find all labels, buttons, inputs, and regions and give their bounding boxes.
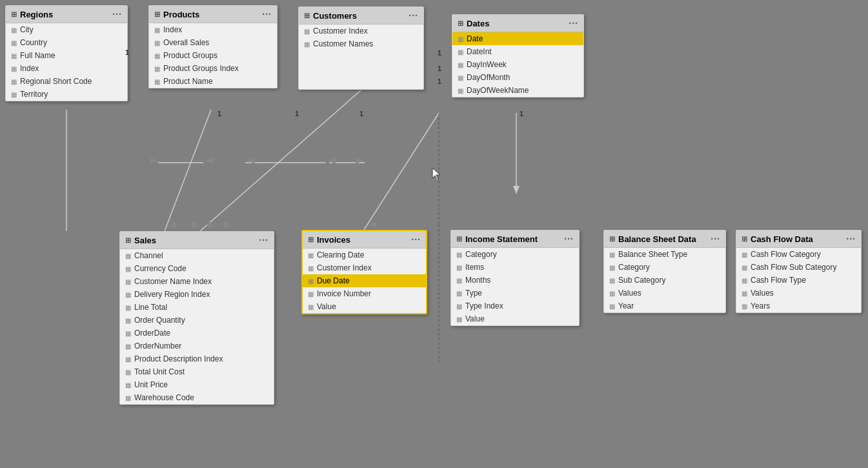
table-header-cash-flow: ⊞ Cash Flow Data ··· [736,230,861,248]
table-menu-dates[interactable]: ··· [569,18,578,28]
table-row[interactable]: ▦ DateInt [452,45,583,58]
svg-line-1 [165,110,211,231]
table-header-invoices: ⊞ Invoices ··· [303,231,426,249]
table-row[interactable]: ▦Line Total [120,301,274,314]
table-menu-invoices[interactable]: ··· [411,234,421,245]
table-regions[interactable]: ⊞ Regions ··· ▦ City ▦ Country ▦ Full Na… [5,5,128,101]
table-row[interactable]: ▦Balance Sheet Type [604,248,725,261]
table-row[interactable]: ▦ Customer Names [299,37,423,50]
table-row-due-date[interactable]: ▦Due Date [303,274,426,287]
table-row[interactable]: ▦Delivery Region Index [120,288,274,301]
table-icon-sales: ⊞ [125,236,131,245]
table-row[interactable]: ▦Clearing Date [303,249,426,261]
table-row[interactable]: ▦Value [303,300,426,313]
relation-label: 1 [125,48,129,56]
table-row[interactable]: ▦Values [736,287,861,300]
table-row[interactable]: ▦Values [604,287,725,300]
relation-label: 1 [438,77,441,85]
table-menu-products[interactable]: ··· [262,9,272,19]
table-row[interactable]: ▦OrderNumber [120,340,274,352]
table-row[interactable]: ▦Sub Category [604,274,725,287]
table-icon-regions: ⊞ [11,10,17,19]
svg-marker-21 [436,178,438,180]
table-row[interactable]: ▦ Full Name [6,49,127,62]
relation-label: 1 [359,110,363,117]
table-row[interactable]: ▦Months [451,274,579,287]
table-menu-cash-flow[interactable]: ··· [846,234,856,244]
table-cash-flow[interactable]: ⊞ Cash Flow Data ··· ▦Cash Flow Category… [736,230,862,313]
table-icon-products: ⊞ [154,10,160,19]
table-header-sales: ⊞ Sales ··· [120,232,274,249]
table-header-regions: ⊞ Regions ··· [6,6,127,23]
table-row[interactable]: ▦Unit Price [120,378,274,391]
table-customers[interactable]: ⊞ Customers ··· ▦ Customer Index ▦ Custo… [298,6,424,90]
table-row[interactable]: ▦ DayOfMonth [452,71,583,84]
table-menu-sales[interactable]: ··· [259,235,268,245]
table-header-products: ⊞ Products ··· [149,6,277,23]
svg-line-2 [200,90,361,231]
table-row[interactable]: ▦Product Description Index [120,352,274,365]
table-row[interactable]: ▦ Product Groups Index [149,62,277,75]
table-invoices[interactable]: ⊞ Invoices ··· ▦Clearing Date ▦Customer … [301,230,427,314]
table-row[interactable]: ▦ City [6,23,127,36]
table-title-regions: Regions [20,10,53,19]
table-row[interactable]: ▦ Regional Short Code [6,75,127,88]
table-row[interactable]: ▦Category [604,261,725,274]
table-dates[interactable]: ⊞ Dates ··· ▦ Date ▦ DateInt ▦ DayInWeek… [452,14,584,97]
table-row[interactable]: ▦Year [604,300,725,312]
table-title-dates: Dates [467,19,489,28]
relation-label: 1 [520,110,523,117]
table-row[interactable]: ▦Cash Flow Sub Category [736,261,861,274]
table-row[interactable]: ▦Currency Code [120,262,274,275]
table-title-cash-flow: Cash Flow Data [751,234,813,244]
table-title-customers: Customers [313,11,357,21]
table-balance-sheet[interactable]: ⊞ Balance Sheet Data ··· ▦Balance Sheet … [603,230,726,313]
table-row[interactable]: ▦Customer Index [303,261,426,274]
table-row[interactable]: ▦ Product Name [149,75,277,88]
svg-point-12 [191,222,196,227]
cursor-indicator [431,167,443,183]
table-title-income-statement: Income Statement [465,234,538,244]
table-row[interactable]: ▦ Date [452,32,583,45]
table-sales[interactable]: ⊞ Sales ··· ▦Channel ▦Currency Code ▦Cus… [119,231,274,405]
table-header-dates: ⊞ Dates ··· [452,15,583,32]
svg-point-11 [172,222,177,227]
table-row[interactable]: ▦ DayInWeek [452,58,583,71]
relation-label: 1 [295,110,299,117]
table-row[interactable]: ▦Items [451,261,579,274]
svg-marker-20 [356,158,363,164]
table-row[interactable]: ▦Category [451,248,579,261]
table-row[interactable]: ▦ Index [6,62,127,75]
table-row[interactable]: ▦ Country [6,36,127,49]
table-row[interactable]: ▦Invoice Number [303,287,426,300]
table-row[interactable]: ▦Channel [120,249,274,262]
table-row[interactable]: ▦Total Unit Cost [120,365,274,378]
table-menu-balance-sheet[interactable]: ··· [711,234,720,244]
table-row[interactable]: ▦Cash Flow Category [736,248,861,261]
table-menu-regions[interactable]: ··· [112,9,122,19]
svg-marker-18 [247,158,255,164]
table-row[interactable]: ▦ Product Groups [149,49,277,62]
table-row[interactable]: ▦OrderDate [120,327,274,340]
table-row[interactable]: ▦ DayOfWeekName [452,84,583,97]
table-row[interactable]: ▦Type [451,287,579,300]
table-row[interactable]: ▦Customer Name Index [120,275,274,288]
svg-marker-7 [513,186,520,194]
table-row[interactable]: ▦Cash Flow Type [736,274,861,287]
table-menu-customers[interactable]: ··· [409,10,418,21]
table-products[interactable]: ⊞ Products ··· ▦ Index ▦ Overall Sales ▦… [148,5,278,88]
svg-point-13 [207,222,212,227]
table-row[interactable]: ▦Type Index [451,300,579,312]
table-row[interactable]: ▦Warehouse Code [120,391,274,404]
table-row[interactable]: ▦Value [451,312,579,325]
table-row[interactable]: ▦ Overall Sales [149,36,277,49]
table-row[interactable]: ▦ Territory [6,88,127,101]
table-row[interactable]: ▦ Index [149,23,277,36]
table-row[interactable]: ▦ Customer Index [299,25,423,37]
table-row[interactable]: ▦Years [736,300,861,312]
table-row[interactable]: ▦Order Quantity [120,314,274,327]
table-title-balance-sheet: Balance Sheet Data [618,234,696,244]
table-menu-income-statement[interactable]: ··· [564,234,574,244]
table-income-statement[interactable]: ⊞ Income Statement ··· ▦Category ▦Items … [450,230,580,326]
table-icon-invoices: ⊞ [308,236,314,244]
